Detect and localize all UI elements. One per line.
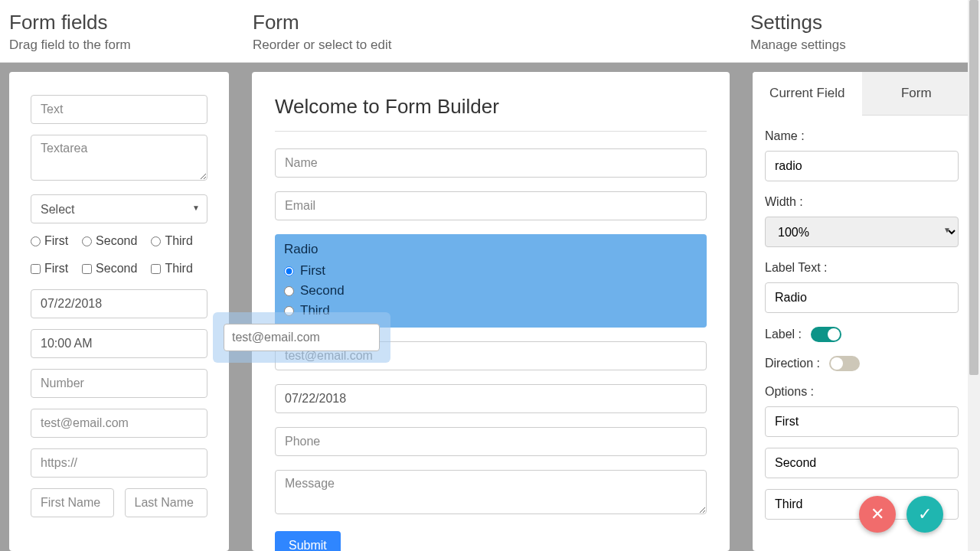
- settings-panel: Current Field Form Name : Width : 100% L…: [753, 72, 971, 551]
- settings-direction-toggle[interactable]: [829, 356, 860, 371]
- form-email2-input[interactable]: [275, 341, 707, 370]
- palette-select-field[interactable]: Select: [31, 194, 207, 223]
- header-formfields-title: Form fields: [9, 11, 253, 34]
- header-settings-title: Settings: [750, 11, 980, 34]
- form-radio-second[interactable]: [284, 286, 294, 296]
- form-radio-third[interactable]: [284, 306, 294, 316]
- form-email-input[interactable]: [275, 191, 707, 220]
- palette-check-second[interactable]: [82, 264, 92, 274]
- tab-form[interactable]: Form: [862, 72, 972, 116]
- form-radio-block-selected[interactable]: Radio First Second Third: [275, 234, 707, 328]
- palette-number-field[interactable]: [31, 369, 207, 398]
- palette-radio-group[interactable]: First Second Third: [31, 234, 207, 248]
- header-settings-sub: Manage settings: [750, 37, 980, 53]
- divider: [275, 131, 707, 132]
- palette-radio-third[interactable]: [151, 236, 161, 246]
- palette-checkbox-group[interactable]: First Second Third: [31, 262, 207, 276]
- palette-text-field[interactable]: [31, 95, 207, 124]
- form-radio-label: Radio: [284, 242, 697, 257]
- form-date-input[interactable]: [275, 384, 707, 413]
- palette-time-field[interactable]: [31, 329, 207, 358]
- top-header: Form fields Drag field to the form Form …: [0, 0, 980, 63]
- palette-lastname-field[interactable]: [125, 488, 208, 517]
- settings-width-select[interactable]: 100%: [765, 217, 959, 247]
- page-scrollbar[interactable]: [968, 0, 980, 551]
- palette-textarea-field[interactable]: [31, 135, 207, 181]
- palette-check-first[interactable]: [31, 264, 41, 274]
- form-panel: Welcome to Form Builder Radio First Seco…: [252, 72, 730, 551]
- palette-date-field[interactable]: [31, 289, 207, 318]
- palette-radio-first[interactable]: [31, 236, 41, 246]
- settings-option-1[interactable]: [765, 406, 959, 437]
- settings-label-toggle-label: Label :: [765, 328, 802, 341]
- tab-current-field[interactable]: Current Field: [753, 72, 862, 116]
- palette-email-field[interactable]: [31, 409, 207, 438]
- form-message-input[interactable]: [275, 470, 707, 514]
- form-radio-first[interactable]: [284, 266, 294, 276]
- check-icon: ✓: [918, 504, 932, 524]
- header-form-title: Form: [253, 11, 750, 34]
- header-formfields-sub: Drag field to the form: [9, 37, 253, 53]
- settings-label-toggle[interactable]: [811, 327, 841, 342]
- palette-radio-second[interactable]: [82, 236, 92, 246]
- close-icon: ✕: [871, 504, 884, 524]
- submit-button[interactable]: Submit: [275, 531, 341, 551]
- palette-check-third[interactable]: [151, 264, 161, 274]
- settings-direction-label: Direction :: [765, 357, 820, 370]
- palette-firstname-field[interactable]: [31, 488, 114, 517]
- settings-option-2[interactable]: [765, 448, 959, 478]
- header-form-sub: Reorder or select to edit: [253, 37, 750, 53]
- settings-name-label: Name :: [765, 129, 959, 143]
- confirm-fab[interactable]: ✓: [906, 496, 943, 533]
- form-phone-input[interactable]: [275, 427, 707, 456]
- settings-options-label: Options :: [765, 385, 959, 399]
- form-name-input[interactable]: [275, 148, 707, 178]
- palette-panel: Select First Second Third First Second T…: [9, 72, 229, 551]
- settings-name-input[interactable]: [765, 151, 959, 181]
- scroll-thumb[interactable]: [969, 0, 978, 375]
- cancel-fab[interactable]: ✕: [859, 496, 896, 533]
- form-title: Welcome to Form Builder: [275, 95, 707, 119]
- palette-url-field[interactable]: [31, 448, 207, 478]
- settings-labeltext-input[interactable]: [765, 282, 959, 313]
- settings-labeltext-label: Label Text :: [765, 261, 959, 275]
- settings-width-label: Width :: [765, 195, 959, 209]
